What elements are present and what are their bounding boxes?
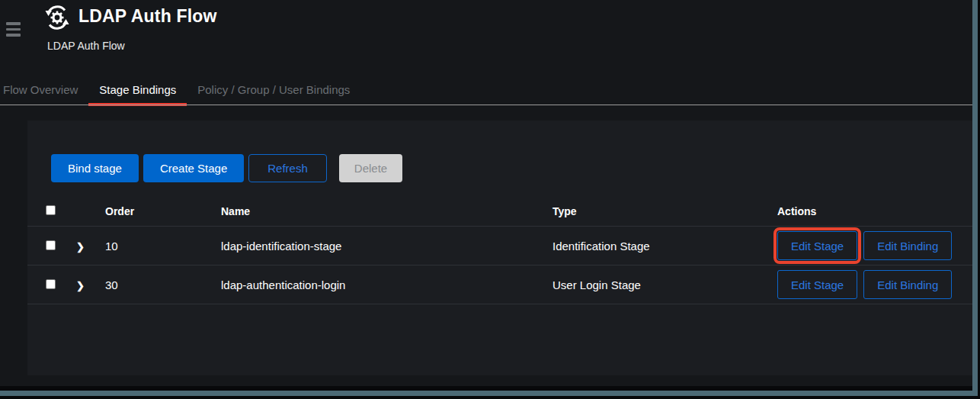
row-select-checkbox[interactable] xyxy=(46,240,56,250)
column-header-name: Name xyxy=(221,205,552,217)
table-header-row: Order Name Type Actions xyxy=(27,197,972,227)
flow-process-gear-icon xyxy=(44,5,70,31)
tabs-divider xyxy=(0,105,973,105)
page-subtitle: LDAP Auth Flow xyxy=(47,40,125,52)
expand-chevron-icon[interactable]: ❯ xyxy=(76,241,85,253)
delete-button[interactable]: Delete xyxy=(339,154,402,182)
edit-stage-button[interactable]: Edit Stage xyxy=(777,231,857,260)
tab-flow-overview[interactable]: Flow Overview xyxy=(0,76,88,106)
table-row: ❯ 30 ldap-authentication-login User Logi… xyxy=(27,265,972,304)
edit-binding-button[interactable]: Edit Binding xyxy=(863,231,952,260)
row-order: 10 xyxy=(105,240,221,253)
column-header-actions: Actions xyxy=(777,205,972,217)
row-type: User Login Stage xyxy=(552,278,777,291)
row-name: ldap-authentication-login xyxy=(221,278,552,291)
tab-bar: Flow Overview Stage Bindings Policy / Gr… xyxy=(0,76,360,106)
window-edge-bottom xyxy=(0,391,978,396)
column-header-type: Type xyxy=(552,205,777,217)
page-title: LDAP Auth Flow xyxy=(78,6,217,27)
app-viewport: LDAP Auth Flow LDAP Auth Flow Flow Overv… xyxy=(0,0,973,386)
tab-policy-group-user-bindings[interactable]: Policy / Group / User Bindings xyxy=(187,76,360,106)
select-all-checkbox[interactable] xyxy=(46,205,56,215)
row-type: Identification Stage xyxy=(552,240,777,253)
bind-stage-button[interactable]: Bind stage xyxy=(51,154,139,182)
row-name: ldap-identification-stage xyxy=(221,240,552,253)
create-stage-button[interactable]: Create Stage xyxy=(143,154,244,182)
edit-stage-button[interactable]: Edit Stage xyxy=(777,270,857,299)
hamburger-menu-icon[interactable] xyxy=(6,22,21,40)
row-select-checkbox[interactable] xyxy=(46,279,56,289)
refresh-button[interactable]: Refresh xyxy=(248,154,327,182)
edit-binding-button[interactable]: Edit Binding xyxy=(863,270,952,299)
expand-chevron-icon[interactable]: ❯ xyxy=(76,280,85,291)
toolbar: Bind stage Create Stage Refresh Delete xyxy=(27,121,972,182)
stage-bindings-panel: Bind stage Create Stage Refresh Delete O… xyxy=(27,121,972,375)
row-order: 30 xyxy=(105,278,221,291)
table-row: ❯ 10 ldap-identification-stage Identific… xyxy=(27,227,972,265)
stage-bindings-table: Order Name Type Actions ❯ 10 ldap-identi… xyxy=(27,197,972,304)
column-header-order: Order xyxy=(105,205,221,217)
window-edge-right xyxy=(972,0,978,396)
tab-stage-bindings[interactable]: Stage Bindings xyxy=(88,76,187,106)
